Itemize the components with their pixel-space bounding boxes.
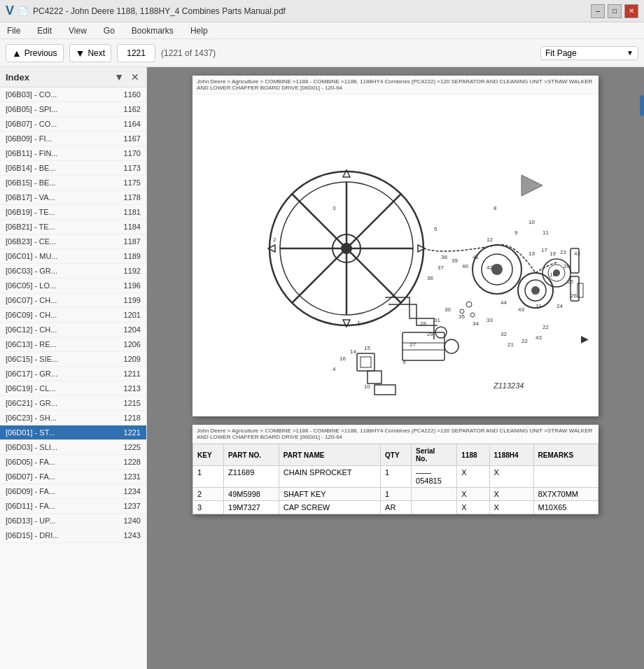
sidebar-dropdown-btn[interactable]: ▼ bbox=[113, 71, 125, 83]
cell-remarks: M10X65 bbox=[533, 501, 598, 514]
svg-point-11 bbox=[491, 264, 503, 275]
sidebar-item-page: 1175 bbox=[121, 178, 141, 187]
next-button[interactable]: ▼ Next bbox=[69, 44, 112, 62]
sidebar-item-label: [06B11] - FIN... bbox=[6, 149, 121, 157]
menu-file[interactable]: File bbox=[3, 24, 24, 37]
cell-qty: 1 bbox=[381, 466, 412, 488]
sidebar-item-page: 1173 bbox=[121, 164, 141, 172]
sidebar-item[interactable]: [06D01] - ST...1221 bbox=[0, 425, 146, 440]
sidebar-item[interactable]: [06B14] - BE...1173 bbox=[0, 161, 146, 176]
sidebar-item[interactable]: [06C09] - CH...1201 bbox=[0, 308, 146, 323]
sidebar-item[interactable]: [06C23] - SH...1218 bbox=[0, 411, 146, 425]
svg-text:38: 38 bbox=[441, 254, 447, 260]
cell-key: 3 bbox=[193, 501, 224, 514]
svg-text:24: 24 bbox=[556, 303, 563, 309]
svg-text:34: 34 bbox=[472, 321, 479, 327]
menu-go[interactable]: Go bbox=[99, 24, 119, 37]
sidebar-item[interactable]: [06B03] - CO...1160 bbox=[0, 87, 146, 102]
minimize-button[interactable]: – bbox=[591, 4, 605, 18]
sidebar-item[interactable]: [06C12] - CH...1204 bbox=[0, 323, 146, 337]
sidebar-item[interactable]: [06C19] - CL...1213 bbox=[0, 381, 146, 396]
table-row: 2 49M5998 SHAFT KEY 1 X X 8X7X70MM bbox=[193, 488, 598, 501]
sidebar-item[interactable]: [06C03] - GR...1192 bbox=[0, 264, 146, 279]
sidebar-item[interactable]: [06C01] - MU...1189 bbox=[0, 249, 146, 264]
maximize-button[interactable]: □ bbox=[608, 4, 622, 18]
sidebar-item-label: [06C23] - SH... bbox=[6, 414, 121, 422]
svg-text:21: 21 bbox=[507, 341, 514, 348]
sidebar-item-page: 1204 bbox=[121, 325, 141, 334]
sidebar-item-label: [06C07] - CH... bbox=[6, 296, 121, 304]
sidebar-item[interactable]: [06D05] - FA...1228 bbox=[0, 455, 146, 470]
sidebar-item[interactable]: [06B19] - TE...1181 bbox=[0, 205, 146, 220]
sidebar-item[interactable]: [06C21] - GR...1215 bbox=[0, 396, 146, 411]
sidebar-item-page: 1209 bbox=[121, 355, 141, 363]
col-remarks: REMARKS bbox=[533, 444, 598, 466]
sidebar-item[interactable]: [06B17] - VA...1178 bbox=[0, 190, 146, 205]
svg-text:15: 15 bbox=[364, 345, 370, 351]
sidebar-item[interactable]: [06D15] - DRI...1243 bbox=[0, 528, 146, 543]
svg-text:22: 22 bbox=[522, 338, 528, 344]
page-input[interactable] bbox=[117, 44, 155, 62]
sidebar-item-page: 1206 bbox=[121, 340, 141, 348]
sidebar-item[interactable]: [06B09] - FI...1167 bbox=[0, 132, 146, 146]
col-1188: 1188 bbox=[457, 444, 489, 466]
sidebar-item[interactable]: [06B11] - FIN...1170 bbox=[0, 146, 146, 161]
prev-button[interactable]: ▲ Previous bbox=[6, 44, 64, 62]
menu-view[interactable]: View bbox=[64, 24, 91, 37]
sidebar-item[interactable]: [06C17] - GR...1211 bbox=[0, 367, 146, 381]
sidebar-item-page: 1178 bbox=[121, 193, 141, 202]
sidebar-item-page: 1181 bbox=[121, 208, 141, 216]
sidebar: Index ▼ ✕ [06B03] - CO...1160[06B05] - S… bbox=[0, 67, 147, 669]
sidebar-item[interactable]: [06C13] - RE...1206 bbox=[0, 337, 146, 352]
menu-edit[interactable]: Edit bbox=[33, 24, 56, 37]
sidebar-item[interactable]: [06B05] - SPI...1162 bbox=[0, 102, 146, 117]
sidebar-item[interactable]: [06D13] - UP...1240 bbox=[0, 514, 146, 528]
col-part-name: PART NAME bbox=[279, 444, 380, 466]
sidebar-item[interactable]: [06D03] - SLI...1225 bbox=[0, 440, 146, 455]
sidebar-close-btn[interactable]: ✕ bbox=[130, 71, 141, 83]
svg-text:4: 4 bbox=[332, 366, 336, 372]
sidebar-item[interactable]: [06D09] - FA...1234 bbox=[0, 484, 146, 499]
sidebar-item-page: 1162 bbox=[121, 105, 141, 113]
sidebar-item-page: 1228 bbox=[121, 458, 141, 466]
sidebar-item-page: 1243 bbox=[121, 531, 141, 540]
sidebar-item[interactable]: [06D11] - FA...1237 bbox=[0, 499, 146, 514]
sidebar-item[interactable]: [06B21] - TE...1184 bbox=[0, 220, 146, 234]
sidebar-item[interactable]: [06B23] - CE...1187 bbox=[0, 234, 146, 249]
menu-help[interactable]: Help bbox=[186, 24, 212, 37]
sidebar-item-label: [06D03] - SLI... bbox=[6, 443, 121, 451]
sidebar-item[interactable]: [06D07] - FA...1231 bbox=[0, 470, 146, 484]
svg-text:41: 41 bbox=[472, 254, 479, 260]
cell-remarks bbox=[533, 466, 598, 488]
svg-text:43: 43 bbox=[518, 307, 524, 313]
svg-point-25 bbox=[444, 339, 458, 353]
sidebar-item-label: [06B14] - BE... bbox=[6, 164, 121, 172]
cell-1188h4: X bbox=[489, 501, 533, 514]
page-arrow bbox=[522, 175, 542, 196]
col-serial: SerialNo. bbox=[412, 444, 457, 466]
sidebar-item-label: [06B21] - TE... bbox=[6, 223, 121, 231]
sidebar-item-page: 1225 bbox=[121, 443, 141, 451]
menu-bookmarks[interactable]: Bookmarks bbox=[127, 24, 178, 37]
svg-text:22: 22 bbox=[542, 324, 549, 330]
close-button[interactable]: ✕ bbox=[624, 4, 638, 18]
svg-text:37: 37 bbox=[438, 265, 444, 271]
sidebar-item[interactable]: [06C15] - SIE...1209 bbox=[0, 352, 146, 367]
sidebar-item[interactable]: [06C07] - CH...1199 bbox=[0, 293, 146, 308]
sidebar-item[interactable]: [06B07] - CO...1164 bbox=[0, 117, 146, 132]
cell-qty: 1 bbox=[381, 488, 412, 501]
scroll-indicator bbox=[640, 95, 644, 116]
svg-text:43: 43 bbox=[574, 251, 580, 257]
sidebar-item-label: [06B05] - SPI... bbox=[6, 105, 121, 113]
cell-part-name: CAP SCREW bbox=[279, 501, 380, 514]
sidebar-item[interactable]: [06B15] - BE...1175 bbox=[0, 176, 146, 190]
fit-page-label: Fit Page bbox=[545, 48, 622, 58]
sidebar-item-label: [06B07] - CO... bbox=[6, 120, 121, 128]
cell-qty: AR bbox=[381, 501, 412, 514]
sidebar-item-page: 1189 bbox=[121, 252, 141, 260]
fit-page-select[interactable]: Fit Page ▼ bbox=[540, 46, 638, 60]
svg-text:36: 36 bbox=[427, 275, 433, 281]
prev-arrow-icon: ▲ bbox=[12, 48, 22, 59]
sidebar-item-label: [06D15] - DRI... bbox=[6, 531, 121, 540]
sidebar-item[interactable]: [06C05] - LO...1196 bbox=[0, 279, 146, 293]
